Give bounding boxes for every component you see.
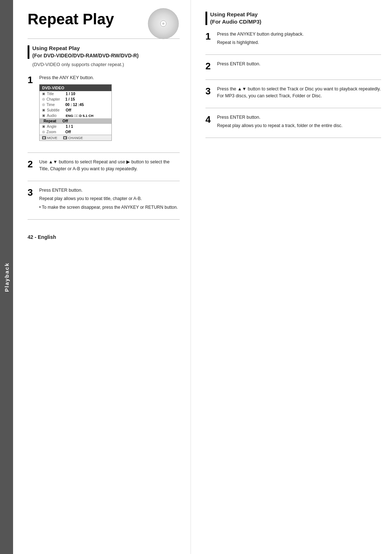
change-key: ■ (63, 136, 67, 139)
right-step-4-divider (205, 138, 381, 138)
right-step-3-divider (205, 108, 381, 108)
step-2-text: Use ▲▼ buttons to select Repeat and use … (39, 159, 180, 172)
step-2-content: Use ▲▼ buttons to select Repeat and use … (39, 159, 180, 172)
move-label: MOVE (47, 136, 57, 140)
right-step-3-text: Press the ▲▼ button to select the Track … (217, 86, 381, 99)
right-step-4: 4 Press ENTER button. Repeat play allows… (205, 114, 381, 132)
repeat-label: Repeat (44, 119, 62, 123)
right-step-2-number: 2 (205, 61, 213, 71)
dvd-menu-row-audio: ▣ Audio ENG □□ D 5.1 CH (40, 113, 111, 118)
audio-icon: ▣ (42, 114, 45, 117)
right-step-3: 3 Press the ▲▼ button to select the Trac… (205, 86, 381, 102)
title-icon: ▣ (42, 92, 45, 95)
right-step-1-subtext: Repeat is highlighted. (217, 39, 381, 46)
right-step-2-content: Press ENTER button. (217, 61, 381, 68)
zoom-label: Zoom (46, 130, 65, 134)
right-step-4-number: 4 (205, 115, 213, 124)
step-2-number: 2 (28, 159, 35, 169)
step-1-content: Press the ANY KEY button. DVD-VIDEO ▣ Ti… (39, 74, 180, 144)
right-step-4-subtext: Repeat play allows you to repeat a track… (217, 122, 381, 129)
right-step-1-number: 1 (205, 32, 213, 41)
right-step-4-text: Press ENTER button. (217, 114, 381, 121)
angle-icon: ▣ (42, 125, 45, 128)
time-value: 00 : 12 :45 (65, 102, 84, 107)
svg-point-3 (162, 23, 164, 25)
time-label: Time (46, 102, 65, 107)
audio-value: ENG □□ D 5.1 CH (66, 114, 93, 118)
dvd-menu-row-title: ▣ Title 1 / 10 (40, 91, 111, 97)
dvd-menu-row-zoom: ◎ Zoom Off (40, 129, 111, 135)
right-step-3-number: 3 (205, 86, 213, 96)
left-section-title: Using Repeat Play (For DVD-VIDEO/DVD-RAM… (32, 45, 139, 59)
left-column: Repeat Play (13, 0, 191, 554)
right-step-2-text: Press ENTER button. (217, 61, 381, 68)
dvd-menu-header: DVD-VIDEO (40, 85, 111, 91)
left-section-note: (DVD-VIDEO only supports chapter repeat.… (28, 62, 180, 67)
footer-move: ■ MOVE (42, 136, 57, 140)
left-step-1: 1 Press the ANY KEY button. DVD-VIDEO ▣ … (28, 74, 180, 147)
move-key: ■ (42, 136, 46, 139)
zoom-icon: ◎ (42, 130, 45, 134)
page-number-area: 42 - English (28, 234, 180, 240)
step-3-subtext: Repeat play allows you to repeat title, … (39, 195, 180, 202)
audio-label: Audio (47, 113, 66, 118)
title-label: Title (47, 91, 66, 96)
step-3-number: 3 (28, 188, 35, 197)
step-3-divider (28, 219, 180, 220)
chapter-label: Chapter (46, 97, 65, 101)
right-step-1-text: Press the ANYKEY button during playback. (217, 31, 381, 38)
main-content: Repeat Play (13, 0, 392, 554)
disc-graphic (136, 7, 180, 40)
dvd-menu-row-time: ◎ Time 00 : 12 :45 (40, 102, 111, 107)
left-step-2: 2 Use ▲▼ buttons to select Repeat and us… (28, 159, 180, 175)
step-1-number: 1 (28, 75, 35, 85)
dvd-menu-row-chapter: ◎ Chapter 1 / 15 (40, 97, 111, 102)
step-3-text: Press ENTER button. (39, 187, 180, 194)
page-container: Playback Repeat Play (0, 0, 392, 554)
right-section-title: Using Repeat Play (For Audio CD/MP3) (210, 11, 261, 25)
right-section-bar (205, 12, 207, 25)
step-3-content: Press ENTER button. Repeat play allows y… (39, 187, 180, 211)
step-1-divider (28, 152, 180, 153)
step-1-text: Press the ANY KEY button. (39, 74, 180, 81)
chapter-value: 1 / 15 (65, 97, 75, 101)
dvd-menu-row-subtitle: ▣ Subtitle Off (40, 107, 111, 113)
step-3-bullet: • To make the screen disappear, press th… (39, 204, 180, 211)
subtitle-icon: ▣ (42, 108, 45, 112)
angle-value: 1 / 1 (66, 124, 73, 129)
page-number: 42 - English (28, 234, 56, 240)
zoom-value: Off (65, 130, 71, 134)
footer-change: ■ CHANGE (63, 136, 83, 140)
title-value: 1 / 10 (66, 91, 75, 96)
right-steps: 1 Press the ANYKEY button during playbac… (205, 31, 381, 138)
right-step-2-divider (205, 80, 381, 80)
change-label: CHANGE (68, 136, 83, 140)
step-2-divider (28, 181, 180, 181)
left-step-3: 3 Press ENTER button. Repeat play allows… (28, 187, 180, 213)
page-title-area: Repeat Play (28, 11, 180, 31)
sidebar: Playback (0, 0, 13, 554)
left-steps: 1 Press the ANY KEY button. DVD-VIDEO ▣ … (28, 74, 180, 220)
sidebar-label: Playback (4, 262, 10, 292)
time-icon: ◎ (42, 103, 45, 106)
dvd-menu-row-repeat: Repeat Off (40, 118, 111, 124)
dvd-menu-row-angle: ▣ Angle 1 / 1 (40, 124, 111, 129)
right-step-3-content: Press the ▲▼ button to select the Track … (217, 86, 381, 99)
dvd-menu: DVD-VIDEO ▣ Title 1 / 10 ◎ Chapter 1 / 1… (39, 84, 112, 141)
right-step-4-content: Press ENTER button. Repeat play allows y… (217, 114, 381, 129)
right-step-1-divider (205, 54, 381, 55)
right-column: Using Repeat Play (For Audio CD/MP3) 1 P… (191, 0, 392, 554)
dvd-menu-footer: ■ MOVE ■ CHANGE (40, 135, 111, 140)
angle-label: Angle (47, 124, 66, 129)
right-step-2: 2 Press ENTER button. (205, 61, 381, 74)
left-section-heading: Using Repeat Play (For DVD-VIDEO/DVD-RAM… (28, 45, 180, 59)
right-step-1-content: Press the ANYKEY button during playback.… (217, 31, 381, 46)
subtitle-label: Subtitle (47, 108, 66, 112)
right-section-heading: Using Repeat Play (For Audio CD/MP3) (205, 11, 381, 25)
repeat-value: Off (62, 119, 68, 123)
chapter-icon: ◎ (42, 97, 45, 101)
right-step-1: 1 Press the ANYKEY button during playbac… (205, 31, 381, 49)
subtitle-value: Off (66, 108, 71, 112)
section-bar (28, 45, 29, 59)
